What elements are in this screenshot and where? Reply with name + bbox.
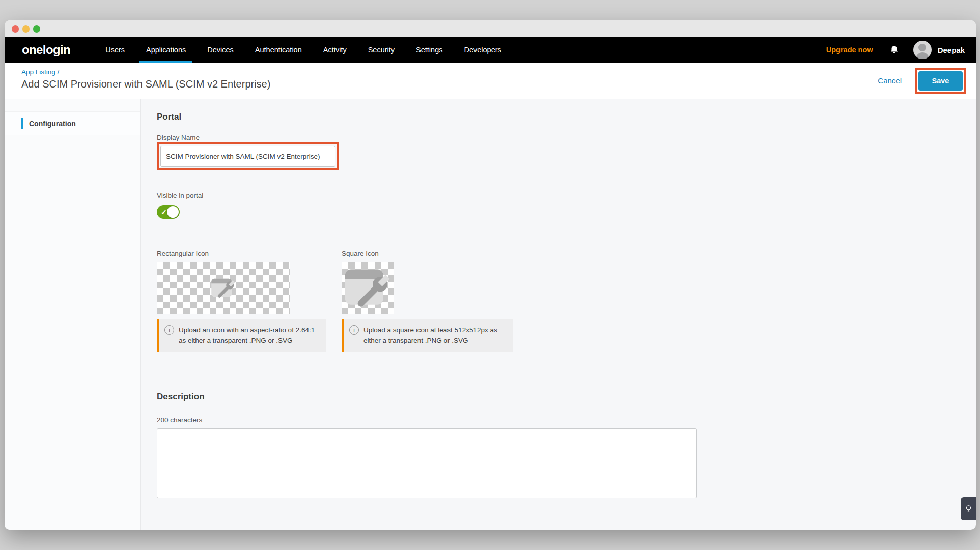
window-titlebar <box>5 20 976 37</box>
square-icon-label: Square Icon <box>342 250 513 258</box>
page-body: Configuration Portal Display Name Visibl… <box>5 99 976 530</box>
display-name-input[interactable] <box>160 146 335 167</box>
save-annotation-highlight: Save <box>915 68 966 94</box>
app-wrench-placeholder-icon <box>209 274 238 302</box>
toggle-knob <box>167 206 179 218</box>
visible-in-portal-toggle[interactable]: ✓ <box>157 205 180 219</box>
sidebar-item-label: Configuration <box>29 120 76 128</box>
maximize-window-icon[interactable] <box>33 25 40 33</box>
main-content: Portal Display Name Visible in portal ✓ … <box>141 99 976 530</box>
app-wrench-placeholder-icon <box>343 264 393 312</box>
user-avatar[interactable] <box>913 41 932 59</box>
nav-item-authentication[interactable]: Authentication <box>244 37 313 63</box>
nav-item-security[interactable]: Security <box>357 37 405 63</box>
sidebar-item-configuration[interactable]: Configuration <box>5 111 140 135</box>
rectangular-icon-column: Rectangular Icon i <box>157 250 326 352</box>
info-icon: i <box>164 325 174 335</box>
rectangular-icon-upload-area[interactable] <box>157 262 290 314</box>
info-icon: i <box>349 325 359 335</box>
square-icon-hint: i Upload a square icon at least 512x512p… <box>342 319 513 352</box>
nav-item-devices[interactable]: Devices <box>197 37 244 63</box>
icon-upload-row: Rectangular Icon i <box>157 250 976 352</box>
description-textarea[interactable] <box>157 428 697 498</box>
visible-in-portal-label: Visible in portal <box>157 192 976 200</box>
lightbulb-icon <box>965 504 972 513</box>
header-actions: Cancel Save <box>878 63 966 99</box>
description-section-heading: Description <box>157 391 976 402</box>
nav-item-settings[interactable]: Settings <box>405 37 453 63</box>
portal-section-heading: Portal <box>157 111 976 123</box>
save-button[interactable]: Save <box>918 71 963 91</box>
onelogin-logo[interactable]: onelogin <box>22 43 70 57</box>
sidebar: Configuration <box>5 99 141 530</box>
square-icon-upload-area[interactable] <box>342 262 394 314</box>
avatar-head-shape <box>918 44 926 51</box>
nav-item-users[interactable]: Users <box>95 37 135 63</box>
nav-right-controls: Upgrade now Deepak <box>826 41 976 59</box>
notifications-bell-icon[interactable] <box>889 45 899 55</box>
user-name[interactable]: Deepak <box>938 46 965 54</box>
nav-menu: Users Applications Devices Authenticatio… <box>95 37 512 63</box>
minimize-window-icon[interactable] <box>22 25 30 33</box>
page-header: App Listing / Add SCIM Provisioner with … <box>5 63 976 99</box>
page-title: Add SCIM Provisioner with SAML (SCIM v2 … <box>21 78 270 90</box>
top-nav: onelogin Users Applications Devices Auth… <box>5 37 976 63</box>
toggle-check-icon: ✓ <box>161 208 167 216</box>
display-name-label: Display Name <box>157 134 976 142</box>
display-name-annotation-highlight <box>157 142 339 170</box>
nav-item-activity[interactable]: Activity <box>313 37 357 63</box>
active-item-indicator <box>21 118 23 129</box>
nav-item-developers[interactable]: Developers <box>453 37 512 63</box>
rectangular-icon-hint-text: Upload an icon with an aspect-ratio of 2… <box>179 325 320 346</box>
nav-item-applications[interactable]: Applications <box>135 37 197 63</box>
breadcrumb[interactable]: App Listing / <box>21 68 59 76</box>
rectangular-icon-label: Rectangular Icon <box>157 250 326 258</box>
cancel-button[interactable]: Cancel <box>878 76 902 85</box>
square-icon-column: Square Icon i <box>342 250 513 352</box>
rectangular-icon-hint: i Upload an icon with an aspect-ratio of… <box>157 319 326 352</box>
help-lightbulb-button[interactable] <box>961 497 976 520</box>
upgrade-now-link[interactable]: Upgrade now <box>826 46 873 54</box>
character-count-label: 200 characters <box>157 416 976 424</box>
browser-window: onelogin Users Applications Devices Auth… <box>5 20 976 530</box>
square-icon-hint-text: Upload a square icon at least 512x512px … <box>363 325 507 346</box>
avatar-shoulders-shape <box>916 52 929 59</box>
close-window-icon[interactable] <box>12 25 19 33</box>
